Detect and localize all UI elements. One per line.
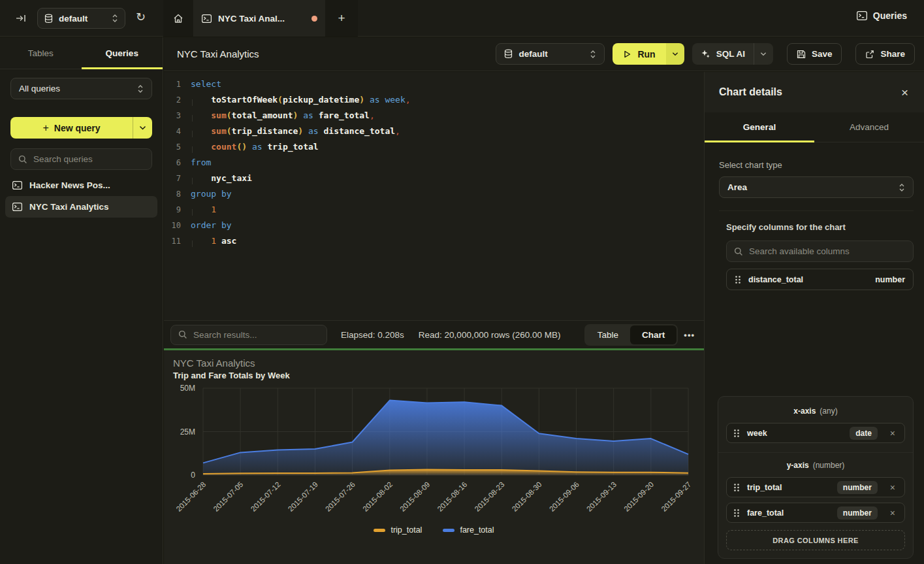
sidebar-tab-queries[interactable]: Queries [82,37,163,69]
search-columns-field[interactable] [726,241,914,262]
chart-type-label: Select chart type [719,160,914,170]
query-toolbar: NYC Taxi Analytics default Run [164,37,924,71]
editor-line[interactable]: 1select [164,76,704,92]
svg-text:2015-08-16: 2015-08-16 [436,480,468,513]
editor-line[interactable]: 111 asc [164,233,704,249]
line-number: 3 [164,108,181,124]
query-filter-select[interactable]: All queries [10,78,152,99]
share-button[interactable]: Share [855,43,915,65]
legend-item-trip_total[interactable]: trip_total [374,525,422,535]
columns-label: Specify columns for the chart [726,222,914,232]
available-column-chip[interactable]: distance_totalnumber [726,269,914,290]
chart-type-value: Area [727,182,899,192]
remove-column-icon[interactable]: × [887,482,898,493]
svg-text:2015-08-02: 2015-08-02 [361,480,394,513]
available-columns: distance_totalnumber [726,269,914,290]
svg-text:50M: 50M [180,384,195,393]
results-more-icon[interactable]: ••• [684,330,695,340]
line-number: 6 [164,155,181,171]
database-icon [44,14,53,24]
svg-text:2015-09-13: 2015-09-13 [585,480,618,513]
new-query-dropdown[interactable] [133,117,152,139]
view-toggle-table[interactable]: Table [586,325,630,344]
legend-item-fare_total[interactable]: fare_total [443,525,494,535]
new-tab-button[interactable]: + [325,0,358,37]
terminal-icon [202,14,212,23]
elapsed-time: Elapsed: 0.208s [341,330,404,340]
axis-column-chip[interactable]: fare_totalnumber× [726,503,905,523]
editor-line[interactable]: 6from [164,155,704,171]
y-axis-heading: y-axis(number) [726,461,905,470]
drag-handle-icon[interactable] [733,508,740,518]
tab-general[interactable]: General [705,112,814,142]
top-bar: default ↻ NYC Taxi Anal... + Queries [0,0,924,37]
close-icon[interactable]: × [901,86,908,99]
search-icon [178,330,187,339]
column-name: distance_total [748,275,803,284]
refresh-icon[interactable]: ↻ [136,10,146,24]
drop-zone[interactable]: DRAG COLUMNS HERE [726,530,905,550]
drag-handle-icon[interactable] [735,275,741,284]
run-button[interactable]: Run [613,43,684,65]
search-results-field[interactable] [170,325,327,345]
line-number: 4 [164,124,181,139]
editor-line[interactable]: 5count() as trip_total [164,139,704,155]
tab-advanced[interactable]: Advanced [814,112,924,142]
editor-line[interactable]: 2toStartOfWeek(pickup_datetime) as week, [164,92,704,108]
editor-line[interactable]: 7nyc_taxi [164,171,704,186]
svg-text:2015-08-30: 2015-08-30 [511,480,543,513]
editor-line[interactable]: 8group by [164,186,704,202]
sql-editor[interactable]: 1select2toStartOfWeek(pickup_datetime) a… [164,72,704,320]
drag-handle-icon[interactable] [733,483,740,492]
line-number: 9 [164,202,181,218]
sidebar-query-item[interactable]: Hacker News Pos... [5,174,157,196]
query-item-label: NYC Taxi Analytics [29,202,109,212]
collapse-sidebar-icon[interactable] [16,14,27,23]
save-button[interactable]: Save [787,43,842,65]
column-name: trip_total [747,483,782,492]
divider [718,452,913,453]
view-toggle-chart[interactable]: Chart [630,325,677,344]
editor-line[interactable]: 91 [164,202,704,218]
new-query-label: New query [54,123,101,133]
axis-column-chip[interactable]: trip_totalnumber× [726,477,905,497]
sidebar: Tables Queries All queries + New query H… [0,37,163,564]
legend-label: fare_total [460,525,494,535]
remove-column-icon[interactable]: × [887,428,898,439]
line-number: 7 [164,171,181,186]
panel-header: Chart details × [705,72,924,112]
sidebar-tab-tables[interactable]: Tables [0,37,82,69]
tab-nyc-taxi-analytics[interactable]: NYC Taxi Anal... [194,0,325,37]
run-dropdown[interactable] [666,43,684,65]
search-queries-input[interactable] [33,154,144,164]
search-queries-field[interactable] [10,148,152,170]
run-database-value: default [518,49,590,59]
drag-handle-icon[interactable] [733,429,740,438]
svg-text:25M: 25M [180,427,195,437]
queries-top-button[interactable]: Queries [857,10,907,21]
line-number: 1 [164,76,181,92]
new-query-button[interactable]: + New query [10,117,152,139]
search-results-input[interactable] [193,330,319,340]
tab-title: NYC Taxi Anal... [218,14,305,24]
line-number: 5 [164,139,181,155]
queries-label: Queries [873,10,907,21]
axis-column-chip[interactable]: weekdate× [726,423,905,443]
sidebar-query-item[interactable]: NYC Taxi Analytics [5,196,157,218]
topbar-database-selector[interactable]: default [37,8,125,29]
editor-line[interactable]: 4sum(trip_distance) as distance_total, [164,124,704,139]
remove-column-icon[interactable]: × [887,508,898,518]
area-chart[interactable]: 025M50M2015-06-282015-07-052015-07-12201… [164,383,704,525]
chart-type-select[interactable]: Area [719,176,914,198]
sql-ai-dropdown[interactable] [754,43,773,65]
editor-line[interactable]: 10order by [164,218,704,233]
sql-ai-button[interactable]: SQL AI [692,43,773,65]
tab-home[interactable] [163,0,194,37]
column-name: fare_total [747,508,784,518]
run-database-selector[interactable]: default [496,43,605,65]
search-columns-input[interactable] [749,246,906,256]
editor-line[interactable]: 3sum(total_amount) as fare_total, [164,108,704,124]
line-number: 8 [164,186,181,202]
axis-config-card: x-axis(any) weekdate× y-axis(number) tri… [718,396,914,559]
sparkle-icon [701,49,710,59]
